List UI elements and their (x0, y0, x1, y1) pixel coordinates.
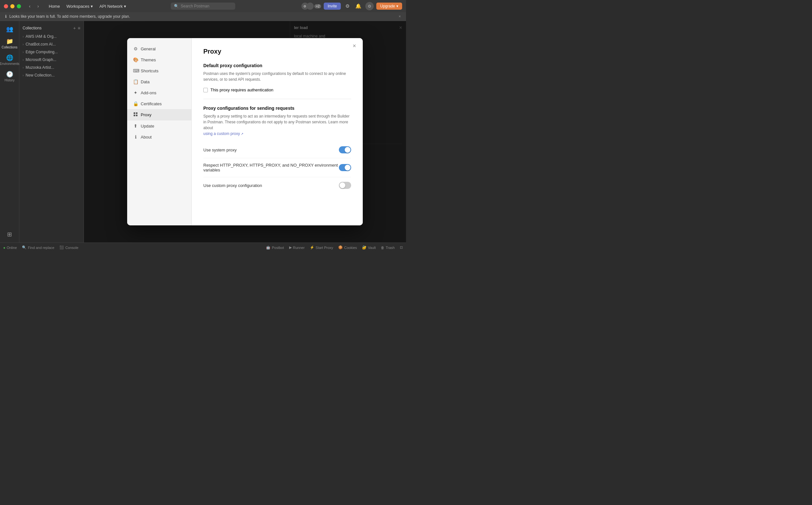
vault-button[interactable]: 🔐 Vault (362, 245, 376, 249)
environments-icon: 🌐 (6, 54, 13, 61)
info-icon: ℹ (5, 14, 7, 19)
system-proxy-label: Use system proxy (203, 148, 237, 152)
toggle-knob (345, 147, 350, 153)
settings-nav-update[interactable]: ⬆ Update (127, 121, 191, 131)
env-vars-label: Respect HTTP_PROXY, HTTPS_PROXY, and NO_… (203, 163, 339, 172)
trash-button[interactable]: 🗑 Trash (381, 245, 395, 249)
custom-proxy-toggle-row: Use custom proxy configuration (203, 177, 351, 193)
start-proxy-button[interactable]: ⚡ Start Proxy (310, 245, 333, 249)
runner-button[interactable]: ▶ Runner (289, 245, 305, 249)
search-icon: 🔍 (174, 4, 179, 8)
console-button[interactable]: ⬛ Console (59, 245, 78, 249)
api-network-menu[interactable]: API Network ▾ (97, 3, 128, 10)
chevron-icon: › (23, 43, 24, 46)
list-item[interactable]: › Microsoft Graph... (19, 56, 83, 63)
avatar-badge: +2 (314, 4, 321, 8)
custom-proxy-toggle[interactable] (339, 182, 351, 189)
trash-icon: 🗑 (381, 246, 384, 249)
sidebar-item-more[interactable]: ⊞ (1, 229, 18, 240)
settings-nav-about[interactable]: ℹ About (127, 131, 191, 142)
settings-nav-data[interactable]: 📋 Data (127, 76, 191, 87)
svg-rect-3 (136, 115, 138, 116)
maximize-window-button[interactable] (17, 4, 21, 8)
settings-nav-addons[interactable]: ✦ Add-ons (127, 87, 191, 98)
online-icon: ● (3, 246, 5, 249)
settings-close-button[interactable]: × (350, 42, 358, 50)
data-icon: 📋 (133, 79, 138, 84)
env-vars-toggle-row: Respect HTTP_PROXY, HTTPS_PROXY, and NO_… (203, 158, 351, 177)
sidebar-item-collections[interactable]: 📁 Collections (1, 36, 18, 51)
chevron-icon: › (23, 73, 24, 77)
cookies-icon: 🍪 (338, 245, 343, 249)
system-proxy-toggle[interactable] (339, 146, 351, 153)
certificates-icon: 🔒 (133, 101, 138, 106)
workspaces-menu[interactable]: Workspaces ▾ (64, 3, 95, 10)
settings-content: × Proxy Default proxy configuration Post… (192, 38, 363, 225)
user-avatar[interactable]: ⊙ (365, 2, 374, 10)
chevron-icon: › (23, 50, 24, 54)
themes-icon: 🎨 (133, 57, 138, 62)
settings-nav-general[interactable]: ⚙ General (127, 43, 191, 54)
auth-checkbox[interactable] (203, 88, 208, 92)
minimize-window-button[interactable] (10, 4, 15, 8)
default-proxy-section-desc: Postman uses the system's proxy configur… (203, 71, 351, 82)
home-menu[interactable]: Home (47, 3, 62, 10)
titlebar-actions: ⚙ +2 Invite ⚙ 🔔 ⊙ Upgrade ▾ (301, 2, 402, 10)
collections-header-icons: + ≡ (73, 25, 80, 31)
upgrade-button[interactable]: Upgrade ▾ (376, 3, 402, 10)
titlebar: ‹ › Home Workspaces ▾ API Network ▾ 🔍 Se… (0, 0, 406, 12)
collections-header: Collections + ≡ (19, 24, 83, 33)
banner-close-icon[interactable]: × (398, 14, 401, 19)
close-window-button[interactable] (4, 4, 8, 8)
list-item[interactable]: › AWS IAM & Org... (19, 33, 83, 40)
main-layout: 👥 📁 Collections 🌐 Environments 🕐 History… (0, 21, 406, 242)
svg-rect-1 (136, 112, 138, 114)
sidebar-item-history[interactable]: 🕐 History (1, 69, 18, 84)
statusbar: ● Online 🔍 Find and replace ⬛ Console 🤖 … (0, 242, 406, 252)
system-proxy-toggle-row: Use system proxy (203, 142, 351, 158)
traffic-lights (4, 4, 21, 8)
notifications-icon[interactable]: 🔔 (354, 2, 363, 10)
update-icon: ⬆ (133, 123, 138, 129)
runner-icon: ▶ (289, 245, 292, 249)
sidebar-item-environments[interactable]: 🌐 Environments (1, 52, 18, 67)
svg-rect-2 (133, 115, 135, 116)
chevron-icon: › (23, 66, 24, 69)
expand-button[interactable]: ⊡ (400, 245, 403, 249)
settings-nav-shortcuts[interactable]: ⌨ Shortcuts (127, 65, 191, 76)
list-item[interactable]: › Muzooka Artist... (19, 63, 83, 71)
custom-proxy-label: Use custom proxy configuration (203, 183, 262, 188)
chevron-icon: › (23, 35, 24, 38)
list-item[interactable]: › New Collection... (19, 71, 83, 79)
find-replace-button[interactable]: 🔍 Find and replace (22, 245, 54, 249)
custom-proxy-link[interactable]: using a custom proxy (203, 131, 243, 136)
nav-forward-button[interactable]: › (34, 3, 42, 10)
avatar-stack: ⚙ +2 (301, 3, 321, 10)
add-collection-icon[interactable]: + (73, 25, 76, 31)
console-icon: ⬛ (59, 245, 64, 249)
section-divider (203, 99, 351, 99)
invite-button[interactable]: Invite (324, 3, 341, 10)
nav-back-button[interactable]: ‹ (26, 3, 33, 10)
chevron-icon: › (23, 58, 24, 62)
auth-checkbox-label: This proxy requires authentication (210, 88, 273, 92)
modal-overlay[interactable]: ⚙ General 🎨 Themes ⌨ Shortcuts 📋 Data (84, 21, 406, 242)
more-icon: ⊞ (7, 231, 12, 238)
settings-icon[interactable]: ⚙ (343, 2, 352, 10)
settings-nav-proxy[interactable]: Proxy (127, 109, 191, 121)
workspace-icon: 👥 (6, 25, 13, 33)
search-bar[interactable]: 🔍 Search Postman (171, 3, 235, 10)
titlebar-nav-menu: Home Workspaces ▾ API Network ▾ (47, 3, 128, 10)
list-item[interactable]: › Edge Computing... (19, 48, 83, 56)
postbot-button[interactable]: 🤖 Postbot (266, 245, 284, 249)
env-vars-toggle[interactable] (339, 164, 351, 171)
filter-icon[interactable]: ≡ (78, 25, 80, 31)
list-item[interactable]: › ChatBot.com AI... (19, 40, 83, 48)
cookies-button[interactable]: 🍪 Cookies (338, 245, 357, 249)
settings-nav-themes[interactable]: 🎨 Themes (127, 54, 191, 65)
addons-icon: ✦ (133, 90, 138, 95)
settings-nav-certificates[interactable]: 🔒 Certificates (127, 98, 191, 109)
sidebar-item-workspace[interactable]: 👥 (1, 24, 18, 34)
team-full-banner: ℹ Looks like your team is full. To add m… (0, 12, 406, 21)
online-status[interactable]: ● Online (3, 246, 17, 249)
